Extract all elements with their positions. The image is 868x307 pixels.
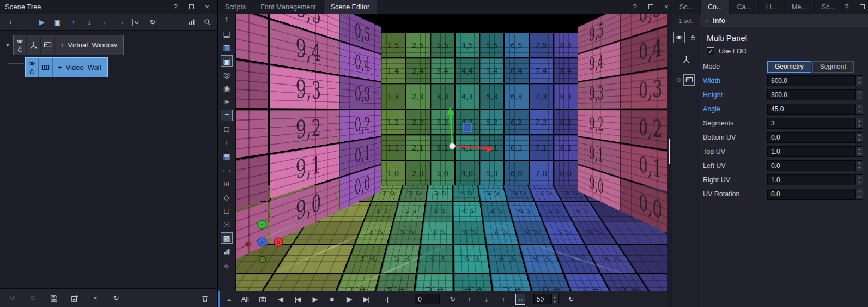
scene-grid-button[interactable]: ▦ bbox=[221, 151, 233, 162]
trash-button[interactable] bbox=[199, 292, 211, 304]
uv-rotation-field[interactable]: 0.0▴▾ bbox=[767, 189, 863, 200]
transform-gizmo[interactable] bbox=[441, 103, 523, 162]
indent-button[interactable]: → bbox=[115, 16, 127, 28]
frame-node-button[interactable]: ▣ bbox=[52, 16, 64, 28]
prev-frame-button[interactable]: ◀ bbox=[276, 294, 285, 305]
axis-widget[interactable]: Y Z X bbox=[240, 217, 300, 277]
stepper[interactable]: ▴▾ bbox=[855, 133, 863, 142]
transport-menu-button[interactable]: ≡ bbox=[224, 294, 233, 305]
tab-me[interactable]: Me... bbox=[785, 0, 815, 14]
stepper[interactable]: ▴▾ bbox=[855, 161, 863, 171]
tree-node-virtual-window[interactable]: + Virtual_Window bbox=[13, 35, 124, 55]
increase-button[interactable]: + bbox=[465, 294, 474, 305]
tab-sc[interactable]: Sc... bbox=[672, 0, 701, 14]
undo-button[interactable]: ↺ bbox=[7, 292, 19, 304]
mode-geometry-button[interactable]: Geometry bbox=[767, 61, 811, 73]
material-button[interactable]: ◇ bbox=[221, 191, 233, 203]
top-uv-field[interactable]: 1.0▴▾ bbox=[767, 146, 863, 157]
stats-button[interactable] bbox=[185, 16, 197, 28]
tab-font-management[interactable]: Font Management bbox=[253, 0, 323, 14]
height-field[interactable]: 300.0▴▾ bbox=[767, 89, 863, 100]
help-icon[interactable]: ? bbox=[172, 3, 179, 11]
stepper[interactable]: ▴▾ bbox=[855, 175, 863, 185]
radio-dot-icon[interactable] bbox=[677, 78, 681, 82]
search-button[interactable] bbox=[201, 16, 213, 28]
info-section-header[interactable]: › Info bbox=[700, 14, 868, 27]
lock-icon[interactable] bbox=[28, 68, 35, 75]
lock-icon[interactable] bbox=[16, 46, 23, 52]
tab-scripts[interactable]: Scripts bbox=[218, 0, 253, 14]
play-button[interactable]: ▶ bbox=[36, 16, 48, 28]
stop-button[interactable]: ■ bbox=[327, 294, 336, 305]
focus-selected-button[interactable]: ◎ bbox=[221, 69, 233, 80]
speed-field[interactable]: 50▴▾ bbox=[533, 294, 559, 304]
snapshot-button[interactable] bbox=[257, 294, 268, 305]
add-node-button[interactable]: + bbox=[4, 16, 16, 28]
move-tool-button[interactable]: + bbox=[221, 137, 233, 148]
close-icon[interactable]: × bbox=[663, 3, 670, 11]
step-forward-button[interactable]: |▶ bbox=[344, 294, 354, 305]
reload-button[interactable]: ↻ bbox=[147, 16, 159, 28]
left-uv-field[interactable]: 0.0▴▾ bbox=[767, 160, 863, 171]
cue-in-button[interactable]: ↓ bbox=[482, 294, 490, 305]
render-view-button[interactable]: ▣ bbox=[221, 55, 233, 67]
scrollbar-thumb[interactable] bbox=[669, 139, 670, 164]
gizmo-options-button[interactable]: ≡ bbox=[221, 110, 233, 121]
reload-scene-button[interactable]: ↻ bbox=[110, 292, 122, 304]
tab-scene-editor[interactable]: Scene Editor bbox=[324, 0, 378, 14]
outdent-button[interactable]: ← bbox=[99, 16, 111, 28]
angle-field[interactable]: 45.0▴▾ bbox=[767, 104, 863, 115]
stepper[interactable]: ▴▾ bbox=[855, 147, 863, 156]
tab-co[interactable]: Co... bbox=[701, 0, 730, 14]
viewport-3d[interactable]: 1,02,03,04,05,06,07,08,01,12,13,14,15,16… bbox=[236, 14, 667, 291]
lock-icon[interactable] bbox=[687, 32, 699, 43]
stepper[interactable]: ▴▾ bbox=[855, 76, 863, 86]
stepper[interactable]: ▴▾ bbox=[551, 294, 558, 304]
stepper[interactable]: ▴▾ bbox=[855, 90, 863, 100]
eye-icon[interactable] bbox=[28, 60, 35, 67]
cue-out-button[interactable]: ↑ bbox=[499, 294, 507, 305]
maximize-icon[interactable] bbox=[187, 3, 195, 11]
width-field[interactable]: 600.0▴▾ bbox=[767, 75, 863, 86]
go-start-button[interactable]: |◀ bbox=[293, 294, 302, 305]
panel-view-button[interactable]: ▭ bbox=[221, 164, 233, 176]
screen-icon[interactable] bbox=[683, 74, 695, 86]
go-end-button[interactable]: ▶| bbox=[362, 294, 371, 305]
mode-segment-button[interactable]: Segment bbox=[812, 61, 854, 73]
delete-button[interactable]: × bbox=[89, 292, 101, 304]
close-icon[interactable]: × bbox=[203, 3, 211, 11]
frame-select-button[interactable]: □ bbox=[221, 205, 233, 216]
tab-ca[interactable]: Ca... bbox=[730, 0, 758, 14]
tab-sc[interactable]: Sc... bbox=[815, 0, 843, 14]
right-uv-field[interactable]: 1.0▴▾ bbox=[767, 174, 863, 185]
move-down-button[interactable]: ↓ bbox=[83, 16, 95, 28]
bulb-button[interactable]: ☉ bbox=[221, 219, 233, 230]
stepper[interactable]: ▴▾ bbox=[855, 118, 863, 128]
maximize-icon[interactable] bbox=[647, 3, 654, 11]
frame-field[interactable]: 0 bbox=[415, 294, 440, 304]
transport-scope[interactable]: All bbox=[241, 296, 249, 303]
remove-node-button[interactable]: − bbox=[20, 16, 32, 28]
eye-icon[interactable] bbox=[673, 32, 685, 43]
viewport-scrollbar[interactable] bbox=[667, 14, 672, 307]
layout-split-button[interactable]: ▤ bbox=[221, 28, 233, 39]
camera-button[interactable]: ◉ bbox=[221, 82, 233, 94]
stepper[interactable]: ▴▾ bbox=[855, 104, 863, 114]
segments-field[interactable]: 3▴▾ bbox=[767, 118, 863, 129]
stage-light-button[interactable]: ☀ bbox=[221, 96, 233, 107]
stepper[interactable]: ▴▾ bbox=[855, 189, 863, 199]
save-button[interactable] bbox=[48, 292, 60, 304]
help-icon[interactable]: ? bbox=[843, 3, 851, 11]
mark-in-button[interactable]: →| bbox=[379, 294, 390, 305]
maximize-icon[interactable] bbox=[859, 3, 866, 11]
bottom-uv-field[interactable]: 0.0▴▾ bbox=[767, 132, 863, 143]
add-panel-button[interactable]: ⊞ bbox=[221, 178, 233, 189]
group-button[interactable]: G bbox=[131, 16, 143, 28]
layout-grid-button[interactable]: ▥ bbox=[221, 41, 233, 53]
move-up-button[interactable]: ↑ bbox=[68, 16, 80, 28]
loop-button[interactable]: ↻ bbox=[448, 294, 457, 305]
redo-button[interactable]: ↻ bbox=[27, 292, 39, 304]
bounding-box-button[interactable]: □ bbox=[221, 123, 233, 135]
tree-node-video-wall[interactable]: + Video_Wall bbox=[25, 57, 108, 77]
sun-button[interactable]: ☼ bbox=[221, 260, 233, 271]
